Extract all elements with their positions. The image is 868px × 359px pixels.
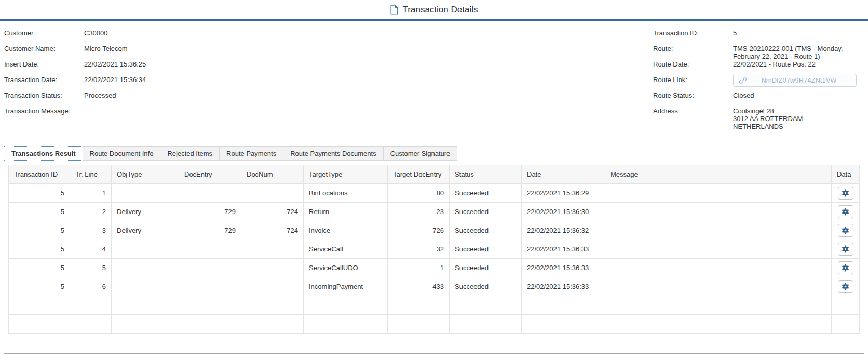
field-value: Closed xyxy=(733,91,858,99)
tab-route-document-info[interactable]: Route Document Info xyxy=(83,146,161,161)
table-cell: Succeeded xyxy=(450,221,522,240)
column-header: Message xyxy=(605,165,832,184)
detail-row: Address:Coolsingel 283012 AA ROTTERDAMNE… xyxy=(653,104,863,119)
table-cell xyxy=(241,184,304,203)
table-cell: Delivery xyxy=(112,221,179,240)
field-value: 22/02/2021 15:36:34 xyxy=(84,76,146,84)
tab-route-payments[interactable]: Route Payments xyxy=(220,146,283,161)
field-label: Route Status: xyxy=(653,91,733,100)
field-label: Transaction Date: xyxy=(4,76,84,84)
document-icon xyxy=(390,5,398,15)
table-body: 51BinLocations80Succeeded22/02/2021 15:3… xyxy=(9,184,860,334)
table-cell xyxy=(179,277,241,296)
table-cell xyxy=(605,296,832,315)
table-cell xyxy=(241,277,304,296)
column-header: Transaction ID xyxy=(9,165,70,184)
table-cell xyxy=(179,296,241,315)
data-button[interactable] xyxy=(838,187,853,200)
address-line: 3012 AA ROTTERDAM xyxy=(733,115,858,123)
table-cell xyxy=(112,315,179,334)
tab-transactions-result[interactable]: Transactions Result xyxy=(4,146,83,161)
detail-row: Route Status:Closed xyxy=(653,88,863,104)
tab-bar: Transactions ResultRoute Document InfoRe… xyxy=(0,146,868,161)
table-cell: ServiceCallUDO xyxy=(304,259,388,277)
detail-row: Customer Name:Micro Telecom xyxy=(4,42,146,57)
data-cell xyxy=(832,221,860,240)
detail-row: Transaction Status:Processed xyxy=(4,88,146,104)
field-value: Coolsingel 283012 AA ROTTERDAMNETHERLAND… xyxy=(733,107,858,130)
details-section: Customer :C30000Customer Name:Micro Tele… xyxy=(0,21,868,146)
table-cell: 729 xyxy=(179,203,241,221)
data-button[interactable] xyxy=(838,280,853,293)
table-cell xyxy=(522,296,605,315)
table-cell: 5 xyxy=(9,259,70,277)
tab-route-payments-documents[interactable]: Route Payments Documents xyxy=(283,146,383,161)
field-value: 22/02/2021 - Route Pos: 22 xyxy=(733,60,858,68)
detail-row: Route:TMS-20210222-001 (TMS - Monday, Fe… xyxy=(653,42,863,57)
column-header: TargetType xyxy=(304,165,388,184)
table-cell xyxy=(241,315,304,334)
table-cell: 22/02/2021 15:36:32 xyxy=(522,221,605,240)
table-cell xyxy=(832,296,860,315)
field-label: Transaction Status: xyxy=(4,91,84,100)
table-cell: 5 xyxy=(9,221,70,240)
field-value: Processed xyxy=(84,91,116,100)
table-cell xyxy=(605,277,832,296)
empty-table-row xyxy=(9,315,860,334)
table-cell xyxy=(179,184,241,203)
table-cell xyxy=(241,259,304,277)
tab-content-panel: Transaction IDTr. LineObjTypeDocEntryDoc… xyxy=(4,161,864,354)
data-button[interactable] xyxy=(838,243,853,256)
table-cell xyxy=(832,315,860,334)
column-header: DocEntry xyxy=(179,165,241,184)
field-label: Customer Name: xyxy=(4,45,84,53)
data-cell xyxy=(832,240,860,259)
empty-table-row xyxy=(9,296,860,315)
tab-rejected-items[interactable]: Rejected Items xyxy=(160,146,220,161)
tab-customer-signature[interactable]: Customer Signature xyxy=(384,146,458,161)
table-cell xyxy=(304,296,388,315)
data-button[interactable] xyxy=(838,224,853,237)
table-cell: 32 xyxy=(388,240,450,259)
table-cell xyxy=(179,259,241,277)
table-cell: 4 xyxy=(70,240,112,259)
transactions-result-table: Transaction IDTr. LineObjTypeDocEntryDoc… xyxy=(8,165,860,334)
field-label: Customer : xyxy=(4,29,84,37)
table-cell: 22/02/2021 15:36:33 xyxy=(522,240,605,259)
table-cell: 80 xyxy=(388,184,450,203)
gear-icon xyxy=(842,245,849,253)
table-cell: 5 xyxy=(9,277,70,296)
table-cell: ServiceCall xyxy=(304,240,388,259)
table-cell xyxy=(388,296,450,315)
data-cell xyxy=(832,184,860,203)
table-cell xyxy=(112,184,179,203)
table-cell xyxy=(388,315,450,334)
detail-row: Transaction ID:5 xyxy=(653,26,863,42)
table-cell: 726 xyxy=(388,221,450,240)
detail-row: Insert Date:22/02/2021 15:36:25 xyxy=(4,57,146,73)
table-cell: Succeeded xyxy=(450,240,522,259)
table-cell: 22/02/2021 15:36:30 xyxy=(522,203,605,221)
column-header: DocNum xyxy=(241,165,304,184)
table-cell: 729 xyxy=(179,221,241,240)
field-label: Transaction ID: xyxy=(653,29,733,37)
table-cell xyxy=(450,296,522,315)
table-cell xyxy=(112,277,179,296)
table-cell: 5 xyxy=(9,240,70,259)
route-link-value: NmDfZ07w9R74ZNt1VW xyxy=(747,76,851,84)
route-link-button[interactable]: NmDfZ07w9R74ZNt1VW xyxy=(733,74,857,87)
field-value: 5 xyxy=(733,29,858,37)
detail-row: Transaction Date:22/02/2021 15:36:34 xyxy=(4,73,146,88)
table-cell: 23 xyxy=(388,203,450,221)
table-cell xyxy=(605,315,832,334)
table-cell: 2 xyxy=(70,203,112,221)
table-cell xyxy=(112,240,179,259)
data-cell xyxy=(832,203,860,221)
data-button[interactable] xyxy=(838,261,853,274)
gear-icon xyxy=(842,227,849,234)
field-label: Transaction Message: xyxy=(4,107,84,115)
field-value: Micro Telecom xyxy=(84,45,128,53)
data-cell xyxy=(832,259,860,277)
data-button[interactable] xyxy=(838,205,853,218)
table-cell xyxy=(605,184,832,203)
